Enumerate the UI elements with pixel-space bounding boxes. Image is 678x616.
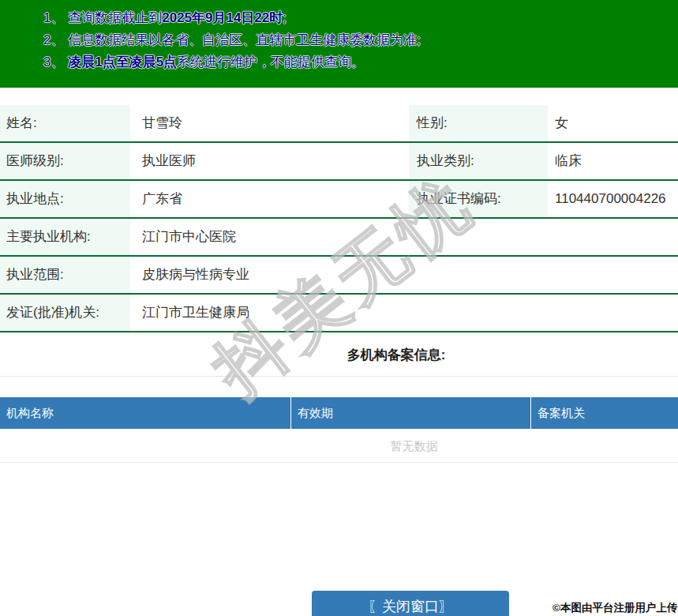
table-row: 发证(批准)机关: 江门市卫生健康局 (0, 295, 678, 332)
table-row: 执业地点: 广东省 执业证书编码: 110440700004226 (0, 181, 678, 219)
field-value-practice-category: 临床 (548, 143, 678, 179)
field-value-doctor-level: 执业医师 (130, 143, 409, 179)
field-label-name: 姓名: (0, 105, 130, 141)
table-row: 姓名: 甘雪玲 性别: 女 (0, 105, 678, 143)
notice-banner: 1、 查询数据截止到2025年9月14日22时; 2、 信息数据结果以各省、自治… (0, 0, 678, 88)
notice-1-text: 1、 查询数据截止到 (43, 10, 162, 25)
notice-3-text: 3、 (43, 54, 68, 69)
filing-header-cell-filing-authority: 备案机关 (531, 397, 678, 429)
table-row: 主要执业机构: 江门市中心医院 (0, 219, 678, 257)
field-label-practice-category: 执业类别: (409, 143, 548, 179)
filing-header-cell-validity-period: 有效期 (291, 397, 530, 429)
field-value-practice-location: 广东省 (130, 181, 409, 217)
notice-2-text: 2、 信息数据结果以各省、自治区、直辖市卫生健康委数据为准; (43, 32, 421, 47)
field-label-gender: 性别: (409, 105, 548, 141)
field-label-main-institution: 主要执业机构: (0, 219, 130, 255)
field-value-issuing-authority: 江门市卫生健康局 (130, 295, 678, 331)
field-label-doctor-level: 医师级别: (0, 143, 130, 179)
field-value-practice-scope: 皮肤病与性病专业 (130, 257, 678, 293)
notice-line-1: 1、 查询数据截止到2025年9月14日22时; (43, 7, 670, 29)
notice-line-3: 3、 凌晨1点至凌晨5点系统进行维护，不能提供查询。 (43, 51, 670, 73)
notice-line-2: 2、 信息数据结果以各省、自治区、直辖市卫生健康委数据为准; (43, 29, 670, 51)
filing-table-header: 机构名称 有效期 备案机关 (0, 397, 678, 429)
field-value-certificate-number: 110440700004226 (548, 181, 678, 217)
notice-3-bold-text: 凌晨1点至凌晨5点 (68, 54, 177, 69)
field-label-practice-location: 执业地点: (0, 181, 130, 217)
empty-data-text: 暂无数据 (0, 429, 678, 463)
field-label-practice-scope: 执业范围: (0, 257, 130, 293)
practitioner-info-table: 姓名: 甘雪玲 性别: 女 医师级别: 执业医师 执业类别: 临床 执业地点: … (0, 105, 678, 332)
filing-header-cell-institution-name: 机构名称 (0, 397, 290, 429)
copyright-watermark: ©本图由平台注册用户上传 (553, 600, 677, 615)
table-row: 执业范围: 皮肤病与性病专业 (0, 257, 678, 295)
close-window-button[interactable]: 〖关闭窗口〗 (312, 591, 509, 616)
field-value-name: 甘雪玲 (130, 105, 409, 141)
notice-1-bold-text: 2025年9月14日22时 (162, 10, 283, 25)
field-value-main-institution: 江门市中心医院 (130, 219, 678, 255)
table-row: 医师级别: 执业医师 执业类别: 临床 (0, 143, 678, 181)
field-value-gender: 女 (548, 105, 678, 141)
notice-3-suffix: 系统进行维护，不能提供查询。 (177, 54, 365, 69)
filing-section-title: 多机构备案信息: (0, 334, 678, 377)
field-label-issuing-authority: 发证(批准)机关: (0, 295, 130, 331)
field-label-certificate-number: 执业证书编码: (409, 181, 548, 217)
notice-1-suffix: ; (283, 10, 287, 25)
